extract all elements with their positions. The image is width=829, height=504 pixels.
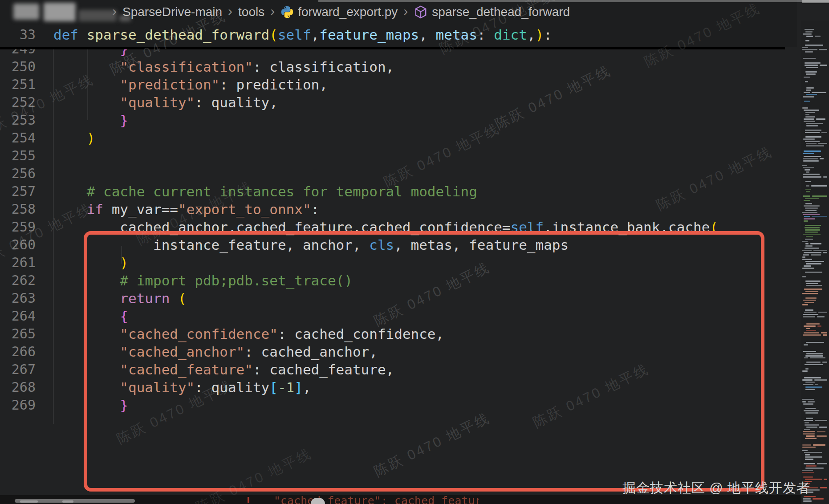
minimap-code-blob xyxy=(806,125,818,126)
breadcrumb-item-symbol[interactable]: sparse_dethead_forward xyxy=(414,5,570,19)
minimap-code-blob xyxy=(818,312,827,313)
redacted-window-title xyxy=(78,10,117,21)
minimap-code-blob xyxy=(803,433,815,435)
code-token: instance_feature, anchor, xyxy=(53,237,369,253)
code-line-255[interactable]: 255 xyxy=(0,147,797,165)
minimap-code-blob xyxy=(805,203,812,204)
code-line-268[interactable]: 268 "quality": quality[-1], xyxy=(0,378,797,396)
code-line-266[interactable]: 266 "cached_anchor": cached_anchor, xyxy=(0,343,797,361)
minimap-code-blob xyxy=(812,195,827,197)
minimap-code-blob xyxy=(805,132,820,133)
minimap-code-blob xyxy=(817,431,825,432)
minimap-code-blob xyxy=(805,130,821,131)
code-token: "prediction" xyxy=(53,77,219,93)
code-token: : xyxy=(311,201,320,217)
code-text: } xyxy=(53,396,128,414)
code-line-258[interactable]: 258 if my_var=="export_to_onnx": xyxy=(0,200,797,218)
minimap-code-blob xyxy=(805,40,809,41)
minimap-code-blob xyxy=(806,123,823,124)
code-line-253[interactable]: 253 } xyxy=(0,111,797,129)
minimap-code-blob xyxy=(803,254,809,256)
breadcrumb-item-folder[interactable]: tools xyxy=(238,5,264,19)
minimap-code-blob xyxy=(817,316,825,317)
minimap-code-blob xyxy=(802,450,808,451)
code-token: # import pdb;pdb.set_trace() xyxy=(53,272,353,289)
code-token: "quality" xyxy=(53,94,195,110)
code-token: , xyxy=(419,27,435,43)
minimap-code-blob xyxy=(818,143,827,144)
minimap-code-blob xyxy=(804,332,819,333)
code-line-257[interactable]: 257 # cache current instances for tempor… xyxy=(0,183,797,200)
code-line-263[interactable]: 263 return ( xyxy=(0,289,797,307)
minimap-code-blob xyxy=(802,259,812,260)
minimap-code-blob xyxy=(805,198,819,199)
minimap-code-blob xyxy=(805,29,814,30)
minimap-code-blob xyxy=(810,357,825,358)
minimap-code-blob xyxy=(805,386,822,388)
line-number: 262 xyxy=(0,272,36,289)
code-line-269[interactable]: 269 } xyxy=(0,396,797,414)
minimap-code-blob xyxy=(803,153,814,154)
minimap-code-blob xyxy=(806,143,817,144)
minimap-code-blob xyxy=(822,362,827,363)
minimap-code-blob xyxy=(805,141,820,142)
line-number: 263 xyxy=(0,289,36,307)
minimap-code-blob xyxy=(805,272,822,273)
minimap-code-blob xyxy=(804,452,822,453)
code-line-259[interactable]: 259 cached_anchor,cached_feature,cached_… xyxy=(0,218,797,236)
minimap-code-blob xyxy=(804,216,810,217)
minimap-code-blob xyxy=(805,181,811,182)
code-text: "classification": classification, xyxy=(53,58,394,76)
minimap-code-blob xyxy=(805,243,809,244)
minimap-code-blob xyxy=(805,239,813,240)
code-text: ) xyxy=(53,254,128,272)
code-line-256[interactable]: 256 xyxy=(0,165,797,183)
minimap-code-blob xyxy=(803,160,819,162)
minimap-code-blob xyxy=(805,261,824,262)
minimap-code-blob xyxy=(802,379,813,381)
minimap-code-blob xyxy=(806,323,820,325)
minimap-code-blob xyxy=(804,420,813,421)
minimap-code-blob xyxy=(806,236,813,237)
minimap-code-blob xyxy=(806,94,817,95)
minimap[interactable] xyxy=(801,20,829,504)
minimap-code-blob xyxy=(802,470,813,471)
code-token: "cached_feature" xyxy=(53,362,253,378)
minimap-code-blob xyxy=(803,176,821,178)
minimap-code-blob xyxy=(806,67,818,68)
code-line-265[interactable]: 265 "cached_confidence": cached_confiden… xyxy=(0,325,797,343)
minimap-code-blob xyxy=(805,62,821,64)
code-line-254[interactable]: 254 ) xyxy=(0,129,797,147)
code-line-252[interactable]: 252 "quality": quality, xyxy=(0,93,797,111)
breadcrumb-item-file[interactable]: forward_export.py xyxy=(280,5,398,19)
code-token: "export_to_onnx" xyxy=(178,201,311,217)
minimap-code-blob xyxy=(804,344,808,345)
code-line-264[interactable]: 264 { xyxy=(0,307,797,325)
sticky-code-text: def sparse_dethead_forward(self,feature_… xyxy=(53,22,552,47)
code-line-250[interactable]: 250 "classification": classification, xyxy=(0,58,797,76)
code-line-260[interactable]: 260 instance_feature, anchor, cls, metas… xyxy=(0,236,797,254)
code-line-261[interactable]: 261 ) xyxy=(0,254,797,272)
minimap-code-blob xyxy=(806,283,818,284)
minimap-code-blob xyxy=(804,218,815,219)
code-line-262[interactable]: 262 # import pdb;pdb.set_trace() xyxy=(0,272,797,289)
breadcrumb-separator: › xyxy=(228,4,232,18)
minimap-code-blob xyxy=(805,297,817,299)
minimap-code-blob xyxy=(805,51,813,53)
minimap-code-blob xyxy=(805,355,823,357)
code-token: ) xyxy=(53,255,128,271)
code-line-267[interactable]: 267 "cached_feature": cached_feature, xyxy=(0,361,797,378)
minimap-code-blob xyxy=(803,96,814,98)
code-line-251[interactable]: 251 "prediction": prediction, xyxy=(0,76,797,93)
minimap-code-blob xyxy=(805,382,815,383)
breadcrumb-item-folder[interactable]: SparseDrive-main xyxy=(122,5,222,19)
bottom-dash xyxy=(62,500,73,503)
minimap-code-blob xyxy=(806,171,809,173)
minimap-code-blob xyxy=(823,176,827,178)
redacted-window-title xyxy=(13,4,39,20)
sticky-scroll-line[interactable]: 33 def sparse_dethead_forward(self,featu… xyxy=(0,22,797,47)
minimap-code-blob xyxy=(806,353,823,354)
minimap-code-blob xyxy=(803,138,815,140)
code-editor-area[interactable]: 249 }250 "classification": classificatio… xyxy=(0,0,829,504)
code-token: ( xyxy=(269,27,278,43)
